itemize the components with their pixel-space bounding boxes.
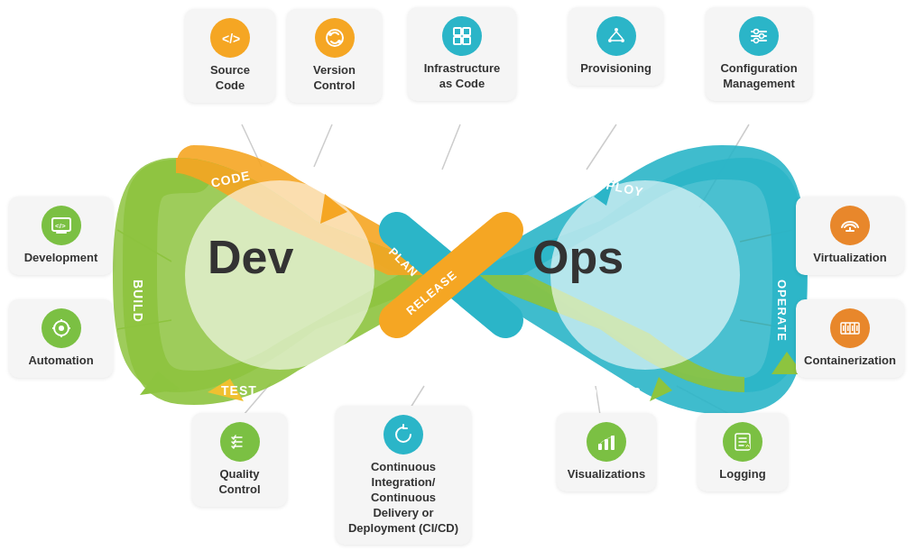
svg-rect-35 [454, 37, 461, 44]
provisioning-label: Provisioning [580, 61, 651, 77]
svg-rect-74 [611, 436, 614, 450]
svg-line-5 [117, 230, 171, 262]
svg-line-1 [314, 124, 332, 167]
svg-point-31 [328, 32, 332, 36]
virtualization-icon [830, 206, 870, 245]
svg-rect-67 [852, 326, 854, 331]
svg-rect-66 [847, 326, 849, 331]
svg-line-6 [117, 320, 171, 329]
development-label: Development [24, 251, 98, 266]
svg-point-39 [621, 39, 624, 42]
svg-line-7 [740, 230, 792, 242]
svg-marker-15 [140, 372, 180, 395]
svg-point-54 [59, 326, 64, 331]
svg-text:PLAN: PLAN [386, 245, 420, 280]
svg-line-9 [244, 383, 271, 415]
card-config-mgmt: Configuration Management [706, 7, 812, 101]
card-logging: Logging [698, 413, 788, 491]
svg-rect-36 [463, 37, 470, 44]
svg-text:CODE: CODE [209, 168, 252, 190]
svg-point-46 [754, 30, 759, 34]
svg-text:RELEASE: RELEASE [403, 268, 459, 317]
svg-text:MONITOR: MONITOR [576, 385, 642, 399]
svg-line-11 [596, 386, 600, 415]
svg-line-41 [616, 32, 623, 39]
svg-rect-65 [843, 326, 845, 331]
config-mgmt-label: Configuration Management [716, 61, 801, 92]
quality-control-label: Quality Control [203, 467, 276, 498]
svg-point-48 [754, 39, 759, 43]
card-virtualization: Virtualization [796, 197, 904, 275]
card-source-code: </> Source Code [185, 9, 275, 103]
containerization-icon [830, 308, 870, 348]
infra-code-label: Infrastructure as Code [419, 61, 505, 92]
svg-text:BUILD: BUILD [131, 280, 145, 323]
svg-marker-18 [594, 180, 614, 206]
svg-rect-34 [463, 28, 470, 35]
svg-line-40 [610, 32, 616, 39]
quality-control-icon [220, 422, 260, 462]
svg-point-32 [337, 40, 341, 43]
svg-line-3 [587, 124, 616, 170]
svg-text:DEPLOY: DEPLOY [586, 173, 645, 199]
infra-code-icon [442, 16, 482, 56]
svg-rect-68 [856, 326, 858, 331]
ci-cd-icon [383, 415, 423, 454]
source-code-icon: </> [210, 18, 250, 58]
svg-text:OPERATE: OPERATE [775, 280, 789, 342]
ci-cd-label: Continuous Integration/ Continuous Deliv… [346, 460, 460, 536]
devops-diagram: CODE BUILD TEST PLAN RELEASE DEPLOY OPER… [0, 0, 924, 560]
svg-marker-16 [208, 379, 244, 401]
svg-text:</>: </> [55, 222, 66, 230]
dev-label: Dev [208, 230, 293, 284]
svg-marker-20 [650, 377, 672, 401]
svg-text:TEST: TEST [221, 383, 257, 398]
svg-line-4 [699, 124, 749, 207]
svg-line-0 [242, 124, 262, 167]
logging-label: Logging [719, 467, 765, 482]
svg-line-12 [677, 386, 731, 415]
source-code-label: Source Code [196, 63, 264, 94]
visualizations-icon [587, 422, 626, 462]
logging-icon [723, 422, 762, 462]
svg-rect-33 [454, 28, 461, 35]
ops-label: Ops [532, 230, 624, 284]
svg-rect-73 [605, 439, 608, 450]
containerization-label: Containerization [804, 353, 896, 369]
card-ci-cd: Continuous Integration/ Continuous Deliv… [336, 406, 471, 545]
svg-point-37 [614, 28, 618, 32]
card-infra-code: Infrastructure as Code [408, 7, 516, 101]
development-icon: </> [42, 206, 81, 245]
config-mgmt-icon [739, 16, 779, 56]
card-visualizations: Visualizations [557, 413, 656, 491]
card-development: </> Development [9, 197, 113, 275]
svg-line-2 [442, 124, 460, 170]
svg-text:</>: </> [222, 32, 240, 46]
visualizations-label: Visualizations [568, 467, 645, 482]
card-containerization: Containerization [796, 299, 904, 378]
svg-marker-17 [320, 194, 347, 224]
automation-icon [42, 308, 81, 348]
card-quality-control: Quality Control [192, 413, 287, 507]
version-control-label: Version Control [298, 63, 371, 94]
card-automation: Automation [9, 299, 113, 378]
version-control-icon [315, 18, 355, 58]
virtualization-label: Virtualization [813, 251, 886, 266]
provisioning-icon [596, 16, 636, 56]
card-provisioning: Provisioning [568, 7, 663, 86]
svg-point-38 [608, 39, 612, 42]
svg-line-8 [740, 320, 792, 329]
card-version-control: Version Control [287, 9, 382, 103]
svg-point-47 [760, 34, 764, 39]
automation-label: Automation [28, 353, 93, 369]
